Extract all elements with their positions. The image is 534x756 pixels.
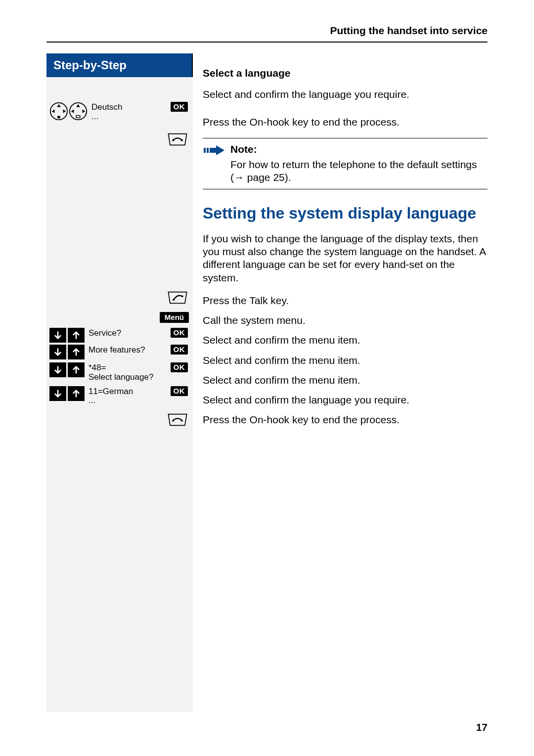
note-arrow-icon (204, 144, 227, 158)
note-title: Note: (230, 143, 488, 155)
step-label: Deutsch ... (88, 102, 164, 121)
text-press-onhook-2: Press the On-hook key to end the process… (203, 413, 488, 426)
svg-marker-4 (63, 109, 66, 113)
ok-badge: OK (171, 328, 188, 338)
dpad-icon (69, 102, 88, 121)
main-content: Select a language Select and confirm the… (193, 53, 534, 712)
svg-rect-18 (210, 148, 216, 153)
ok-badge: OK (171, 345, 188, 355)
down-arrow-icon (49, 345, 66, 359)
talk-key-icon (166, 290, 189, 306)
svg-rect-16 (204, 148, 206, 153)
page-number: 17 (476, 721, 488, 733)
step-row-talk (46, 288, 193, 308)
text-select-confirm-item-3: Select and confirm the menu item. (203, 374, 488, 387)
text-select-confirm-item-2: Select and confirm the menu item. (203, 354, 488, 367)
step-label: Service? (85, 328, 164, 338)
step-row-language: Deutsch ... OK (46, 100, 193, 123)
svg-marker-19 (216, 145, 224, 155)
svg-point-13 (181, 296, 183, 298)
text-press-talk: Press the Talk key. (203, 294, 488, 307)
svg-rect-2 (57, 116, 60, 119)
chapter-title: Putting the handset into service (0, 0, 534, 42)
text-call-system-menu: Call the system menu. (203, 314, 488, 327)
up-arrow-icon (67, 362, 85, 377)
step-row-onhook-2 (46, 410, 193, 430)
up-arrow-icon (67, 386, 85, 401)
svg-marker-8 (71, 109, 74, 113)
note-box: Note: For how to return the telephone to… (203, 138, 488, 190)
svg-point-15 (181, 420, 183, 422)
svg-rect-17 (207, 148, 209, 153)
section-title: Setting the system display language (203, 204, 488, 222)
note-text: For how to return the telephone to the d… (230, 158, 488, 184)
step-row-select-language: *48= Select language? OK (46, 360, 193, 384)
svg-point-12 (173, 299, 175, 301)
subheading-select-language: Select a language (203, 67, 488, 79)
down-arrow-icon (49, 328, 66, 343)
ok-badge: OK (171, 386, 188, 396)
step-row-more-features: More features? OK (46, 344, 193, 360)
step-label: 11=German ... (85, 386, 164, 405)
step-label: More features? (85, 345, 164, 355)
svg-point-10 (172, 139, 174, 141)
svg-marker-9 (83, 109, 86, 113)
svg-marker-1 (57, 104, 61, 107)
text-press-onhook: Press the On-hook key to end the process… (203, 116, 488, 129)
svg-point-11 (181, 139, 183, 141)
dpad-icon (49, 102, 68, 121)
svg-marker-6 (76, 104, 80, 107)
text-select-confirm-language: Select and confirm the language you requ… (203, 88, 488, 101)
on-hook-key-icon (166, 412, 189, 428)
step-label: *48= Select language? (85, 362, 164, 382)
step-row-menu: Menü (46, 308, 193, 327)
svg-point-14 (172, 420, 174, 422)
menu-badge: Menü (160, 312, 189, 323)
svg-marker-3 (52, 109, 55, 113)
text-intro-para: If you wish to change the language of th… (203, 232, 488, 284)
header-rule (46, 42, 488, 43)
ok-badge: OK (171, 362, 188, 372)
step-row-german: 11=German ... OK (46, 384, 193, 407)
ok-badge: OK (171, 102, 188, 112)
svg-rect-7 (76, 116, 80, 118)
on-hook-key-icon (166, 132, 189, 148)
up-arrow-icon (67, 345, 85, 359)
step-row-onhook (46, 130, 193, 150)
step-row-service: Service? OK (46, 327, 193, 344)
up-arrow-icon (67, 328, 85, 343)
down-arrow-icon (49, 362, 66, 377)
text-select-confirm-item-1: Select and confirm the menu item. (203, 334, 488, 347)
text-select-confirm-language-2: Select and confirm the language you requ… (203, 394, 488, 406)
sidebar: Step-by-Step (0, 53, 193, 712)
sidebar-body: Deutsch ... OK (46, 77, 193, 712)
down-arrow-icon (49, 386, 66, 401)
sidebar-title: Step-by-Step (46, 53, 192, 77)
